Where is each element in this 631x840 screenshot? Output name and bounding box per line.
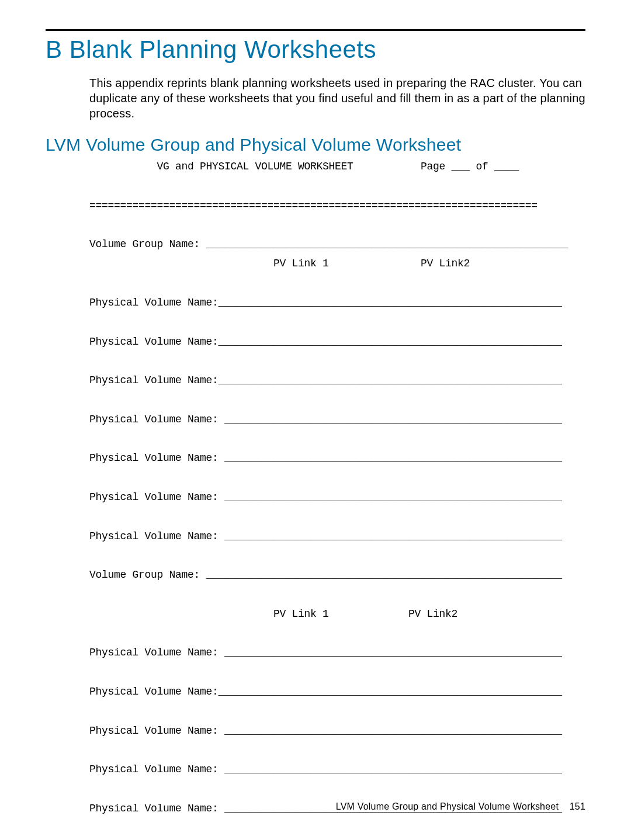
lvm-section-title: LVM Volume Group and Physical Volume Wor… [46, 135, 585, 155]
lvm-worksheet-body: VG and PHYSICAL VOLUME WORKSHEET Page __… [89, 157, 585, 840]
page-footer: LVM Volume Group and Physical Volume Wor… [336, 801, 585, 812]
appendix-name: Blank Planning Worksheets [70, 36, 376, 63]
appendix-letter: B [46, 36, 63, 63]
intro-paragraph: This appendix reprints blank planning wo… [89, 75, 585, 121]
footer-page-number: 151 [570, 801, 585, 811]
appendix-title: B Blank Planning Worksheets [46, 36, 585, 64]
top-rule [46, 29, 585, 31]
footer-text: LVM Volume Group and Physical Volume Wor… [336, 801, 559, 811]
